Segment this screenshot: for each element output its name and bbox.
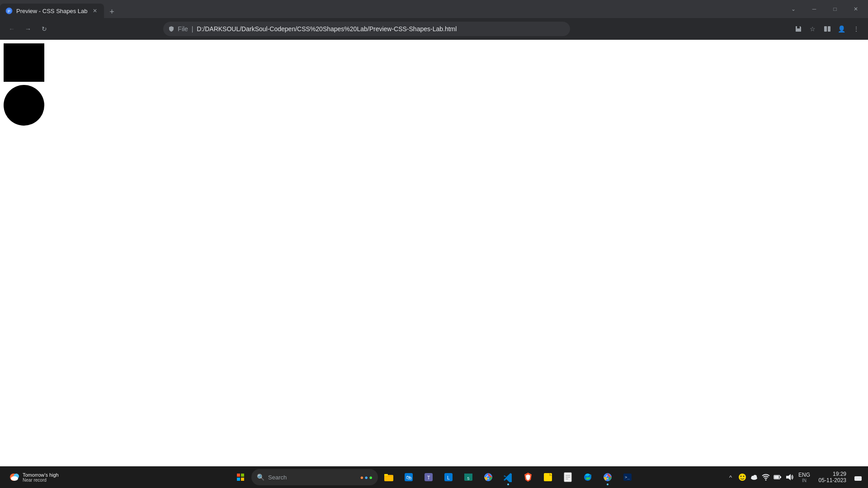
svg-marker-41 — [786, 474, 791, 480]
taskbar-app-terminal[interactable]: >_ — [618, 468, 637, 486]
svg-point-6 — [11, 476, 18, 481]
tab-close-button[interactable]: ✕ — [91, 7, 99, 14]
svg-rect-2 — [824, 26, 827, 32]
search-placeholder: Search — [268, 474, 287, 481]
back-button[interactable]: ← — [5, 23, 18, 35]
svg-text:5: 5 — [467, 476, 469, 481]
css-circle-shape — [4, 85, 44, 126]
web-content — [0, 40, 868, 466]
systray: ^ — [725, 472, 795, 483]
weather-widget[interactable]: Tomorrow's high Near record — [4, 469, 76, 485]
search-icon: 🔍 — [257, 474, 264, 481]
language-sub: IN — [802, 478, 807, 483]
address-bar: ← → ↻ File | D:/DARKSOUL/DarkSoul-Codepe… — [0, 18, 868, 40]
taskbar-app-vscode[interactable] — [499, 468, 517, 486]
svg-rect-42 — [854, 476, 862, 481]
weather-title: Tomorrow's high — [23, 472, 59, 478]
clock-block[interactable]: 19:29 05-11-2023 — [814, 471, 850, 483]
tab-list-button[interactable]: ⌄ — [783, 2, 804, 16]
profile-button[interactable]: 👤 — [835, 23, 848, 35]
taskbar-app-edge[interactable] — [579, 468, 597, 486]
taskbar-app-chrome2[interactable] — [599, 468, 617, 486]
bookmark-button[interactable]: ☆ — [807, 23, 819, 35]
tab-bar: P Preview - CSS Shapes Lab ✕ + ⌄ ─ □ ✕ — [0, 0, 868, 18]
taskbar-app-store[interactable]: 🛍 — [400, 468, 418, 486]
start-button[interactable] — [231, 468, 250, 486]
taskbar-app-teams[interactable]: T — [420, 468, 438, 486]
close-button[interactable]: ✕ — [845, 2, 866, 16]
svg-point-37 — [765, 479, 766, 481]
svg-point-32 — [740, 476, 741, 477]
svg-rect-8 — [384, 474, 388, 476]
taskbar-center: 🔍 Search ● ● ● — [231, 468, 637, 486]
tray-wifi[interactable] — [760, 472, 771, 483]
svg-rect-40 — [774, 476, 779, 479]
tab-title: Preview - CSS Shapes Lab — [16, 8, 88, 14]
svg-point-28 — [606, 476, 609, 479]
taskbar-app-brave[interactable] — [519, 468, 537, 486]
weather-subtitle: Near record — [23, 478, 59, 483]
taskbar-app-stickynotes[interactable] — [539, 468, 557, 486]
svg-point-20 — [487, 476, 490, 479]
svg-text:P: P — [8, 9, 10, 14]
active-tab[interactable]: P Preview - CSS Shapes Lab ✕ — [0, 4, 104, 18]
windows-logo-icon — [237, 474, 244, 481]
more-button[interactable]: ⋮ — [850, 23, 863, 35]
svg-rect-3 — [828, 26, 830, 32]
window-controls: ⌄ ─ □ ✕ — [783, 2, 868, 18]
url-file-label: File | D:/DARKSOUL/DarkSoul-Codepen/CSS%… — [178, 25, 565, 33]
save-page-button[interactable] — [792, 23, 805, 35]
svg-text:>_: >_ — [625, 475, 630, 479]
search-apps-icons: ● ● ● — [360, 474, 373, 481]
toolbar-actions: ☆ 👤 ⋮ — [792, 23, 863, 35]
svg-point-31 — [739, 474, 746, 481]
weather-icon — [7, 471, 20, 483]
notification-button[interactable] — [852, 471, 864, 483]
split-screen-button[interactable] — [821, 23, 834, 35]
maximize-button[interactable]: □ — [825, 2, 845, 16]
weather-text: Tomorrow's high Near record — [23, 472, 59, 483]
svg-text:🛍: 🛍 — [406, 474, 411, 481]
url-security-icon — [169, 26, 174, 32]
minimize-button[interactable]: ─ — [804, 2, 825, 16]
reload-button[interactable]: ↻ — [38, 23, 51, 35]
language-block[interactable]: ENG IN — [797, 472, 812, 483]
tray-volume[interactable] — [784, 472, 795, 483]
svg-text:L: L — [447, 475, 450, 480]
taskbar: Tomorrow's high Near record 🔍 Search ● ●… — [0, 466, 868, 488]
tray-battery[interactable] — [772, 472, 783, 483]
taskbar-app-chrome[interactable] — [479, 468, 497, 486]
tray-emoji[interactable] — [737, 472, 748, 483]
svg-text:T: T — [427, 475, 430, 480]
search-bar[interactable]: 🔍 Search ● ● ● — [251, 469, 378, 485]
url-bar[interactable]: File | D:/DARKSOUL/DarkSoul-Codepen/CSS%… — [163, 22, 570, 36]
svg-point-36 — [753, 475, 757, 479]
svg-point-33 — [743, 476, 744, 477]
taskbar-app-outlook[interactable]: L — [439, 468, 458, 486]
css-square-shape — [4, 43, 44, 82]
taskbar-app-calendar[interactable]: 5 — [459, 468, 477, 486]
clock-date: 05-11-2023 — [819, 477, 846, 483]
tray-cloud[interactable] — [749, 472, 760, 483]
forward-button[interactable]: → — [22, 23, 34, 35]
taskbar-app-notepad[interactable] — [559, 468, 577, 486]
taskbar-right: ^ — [725, 471, 864, 483]
language-text: ENG — [798, 472, 810, 478]
taskbar-app-fileexplorer[interactable] — [380, 468, 398, 486]
tray-chevron[interactable]: ^ — [725, 472, 736, 483]
tab-favicon: P — [5, 7, 13, 14]
svg-rect-16 — [464, 474, 472, 476]
browser-window: P Preview - CSS Shapes Lab ✕ + ⌄ ─ □ ✕ ←… — [0, 0, 868, 488]
svg-rect-39 — [780, 476, 781, 478]
svg-rect-21 — [544, 473, 552, 481]
clock-time: 19:29 — [833, 471, 846, 477]
new-tab-button[interactable]: + — [106, 5, 118, 18]
